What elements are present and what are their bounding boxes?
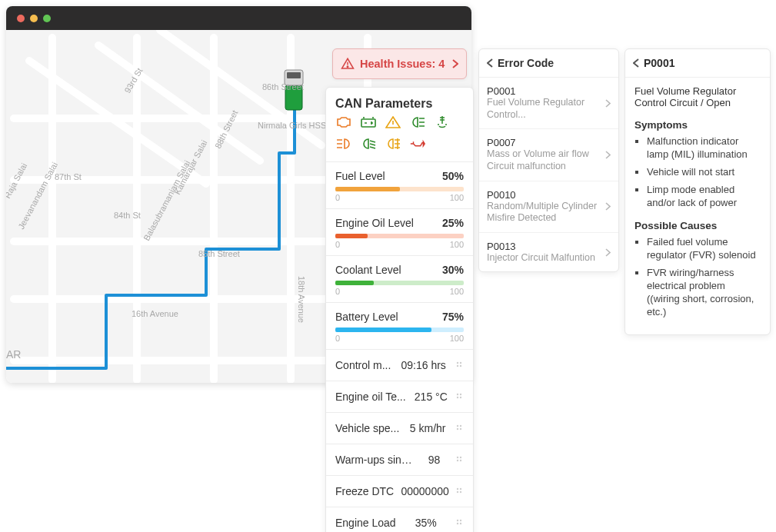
metric-max: 100 [450,240,464,249]
chevron-right-icon [605,248,611,257]
drag-handle-icon[interactable] [456,393,464,401]
can-title: CAN Parameters [326,97,473,115]
health-label: Health Issues: [360,58,435,70]
fog-light-rear-icon [385,137,401,151]
svg-rect-2 [287,72,301,78]
readout-row: Vehicle spe...5 km/hr [326,413,473,444]
drag-handle-icon[interactable] [456,361,464,369]
window-titlebar [6,6,471,30]
metric-value: 50% [442,170,464,182]
maximize-icon[interactable] [43,15,51,22]
street-label: 86th Street [262,82,304,91]
svg-point-25 [457,491,458,493]
symptom-item: Malfunction indicator lamp (MIL) illumin… [647,135,761,161]
readout-row: Control m...09:16 hrs [326,350,473,381]
metric-value: 30% [442,264,464,276]
svg-point-11 [457,394,458,395]
headlight-icon [409,115,426,129]
street-label: Nirmala Girls HSS [258,121,326,130]
svg-point-17 [457,428,458,430]
street-label: 18th Avenue [297,276,306,323]
street-label: Balasubramaniam Salai [142,159,192,242]
svg-point-21 [457,460,458,461]
svg-point-10 [460,365,461,367]
minimize-icon[interactable] [30,15,38,22]
metric-engine-oil-level: Engine Oil Level25%0100 [326,209,473,256]
metric-fuel-level: Fuel Level50%0100 [326,162,473,209]
metric-label: Fuel Level [335,170,385,182]
health-issues-banner[interactable]: Health Issues: 4 [332,48,467,79]
chevron-left-icon [633,58,639,68]
svg-point-24 [460,488,461,490]
svg-point-9 [457,365,458,367]
svg-point-22 [460,460,461,461]
chevron-left-icon [487,58,493,68]
error-item-p0007[interactable]: P0007Mass or Volume air flow Circuit mal… [479,129,618,181]
error-code: P0001 [487,85,516,97]
svg-point-7 [457,362,458,364]
metric-value: 75% [442,311,464,323]
svg-point-12 [460,394,461,395]
readout-label: Engine oil Te... [335,391,406,403]
error-item-p0010[interactable]: P0010Random/Multiple Cylinder Misfire De… [479,181,618,233]
svg-point-20 [460,457,461,458]
svg-point-14 [460,397,461,398]
detail-code: P0001 [644,57,674,69]
error-panel-back[interactable]: Error Code [479,49,618,78]
metric-value: 25% [442,217,464,229]
svg-point-27 [457,520,458,521]
svg-point-18 [460,428,461,430]
svg-point-28 [460,520,461,521]
street-label: 16th Avenue [132,309,178,318]
readout-row: Engine oil Te...215 °C [326,381,473,413]
readout-label: Control m... [335,359,391,371]
street-label: 85th Street [198,249,240,258]
low-beam-icon [360,137,377,151]
readout-value: 35% [415,517,437,529]
health-count: 4 [438,58,445,70]
drag-handle-icon[interactable] [456,424,464,432]
engine-icon [335,115,352,129]
dashboard-icons-row [326,115,473,157]
chevron-right-icon [605,151,611,159]
error-item-p0001[interactable]: P0001Fuel Volume Regulator Control... [479,78,618,129]
readout-value: 00000000 [401,485,448,497]
detail-panel-back[interactable]: P0001 [625,49,770,78]
error-desc: Injector Circuit Malfuntion [487,252,595,264]
svg-point-15 [457,425,458,427]
symptom-item: Limp mode enabled and/or lack of power [647,184,761,210]
readout-value: 09:16 hrs [401,359,445,371]
street-label: 87th St [55,172,82,181]
metric-battery-level: Battery Level75%0100 [326,303,473,350]
error-code: P0013 [487,241,516,252]
causes-heading: Possible Causes [634,220,761,231]
temperature-icon [434,115,451,129]
warning-icon [341,57,355,71]
symptom-item: Vehicle will not start [647,166,761,179]
svg-point-23 [457,488,458,490]
triangle-warning-icon [385,115,401,129]
chevron-right-icon [605,202,611,211]
error-desc: Fuel Volume Regulator Control... [487,97,601,121]
drag-handle-icon[interactable] [456,456,464,464]
metric-max: 100 [450,334,464,343]
symptoms-heading: Symptoms [634,119,761,131]
readout-value: 5 km/hr [410,422,446,434]
close-icon[interactable] [17,15,25,22]
readout-label: Vehicle spe... [335,422,399,434]
error-code: P0007 [487,137,516,148]
error-panel-title: Error Code [498,57,554,69]
error-detail-panel: P0001 Fuel Volume Regulator Control Circ… [624,48,771,335]
error-desc: Mass or Volume air flow Circuit malfunct… [487,148,601,172]
battery-icon [360,115,377,129]
metric-coolant-level: Coolant Level30%0100 [326,256,473,303]
metric-max: 100 [450,193,464,202]
drag-handle-icon[interactable] [456,487,464,495]
cause-item: Failed fuel volume regulator (FVR) solen… [647,236,761,262]
oil-icon [409,137,426,151]
metric-label: Coolant Level [335,264,401,276]
drag-handle-icon[interactable] [456,519,464,527]
error-item-p0013[interactable]: P0013Injector Circuit Malfuntion [479,233,618,272]
readout-row: Warm-ups since...98 [326,444,473,476]
svg-point-26 [460,491,461,493]
